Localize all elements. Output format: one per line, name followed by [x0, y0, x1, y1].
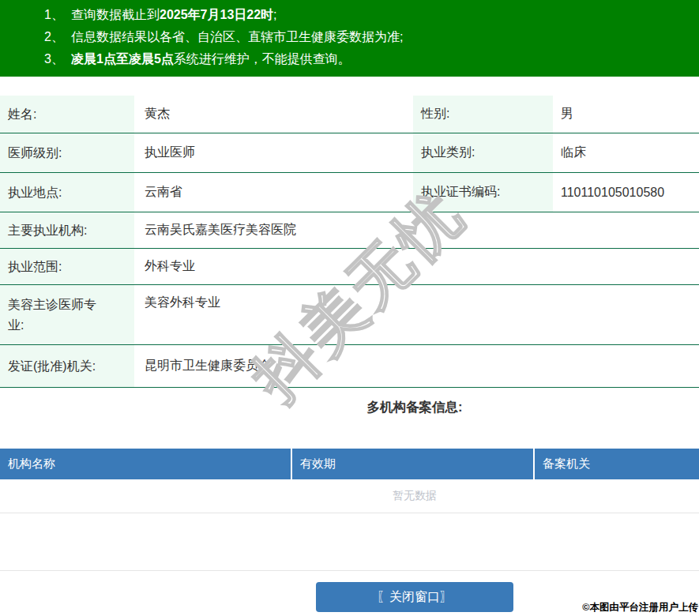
field-value-practice-scope: 外科专业 — [134, 258, 699, 275]
notice-line-3: 3、 凌晨1点至凌晨5点系统进行维护，不能提供查询。 — [0, 48, 699, 70]
field-label-practice-category: 执业类别: — [411, 133, 553, 172]
field-value-gender: 男 — [553, 106, 699, 122]
notice-number: 1、 — [44, 4, 71, 26]
doctor-info-table: 姓名: 黄杰 性别: 男 医师级别: 执业医师 执业类别: 临床 执业地点: 云… — [0, 96, 699, 388]
table-row: 美容主诊医师专业: 美容外科专业 — [0, 285, 699, 345]
notice-text: 凌晨1点至凌晨5点系统进行维护，不能提供查询。 — [71, 48, 351, 70]
query-result-page: 1、 查询数据截止到2025年7月13日22时; 2、 信息数据结果以各省、自治… — [0, 0, 699, 616]
field-value-issuing-authority: 昆明市卫生健康委员会 — [134, 358, 699, 374]
field-label-cosmetic-specialty: 美容主诊医师专业: — [0, 285, 134, 344]
field-label-doctor-level: 医师级别: — [0, 133, 134, 172]
table-row: 主要执业机构: 云南吴氏嘉美医疗美容医院 — [0, 212, 699, 249]
empty-state-text: 暂无数据 — [0, 479, 699, 513]
field-value-doctor-level: 执业医师 — [134, 145, 411, 161]
result-content: 姓名: 黄杰 性别: 男 医师级别: 执业医师 执业类别: 临床 执业地点: 云… — [0, 96, 699, 612]
field-value-practice-place: 云南省 — [134, 184, 411, 201]
close-window-button[interactable]: 〖关闭窗口〗 — [316, 582, 513, 612]
notice-number: 3、 — [44, 48, 71, 70]
filing-section-title: 多机构备案信息: — [0, 388, 699, 449]
field-label-practice-place: 执业地点: — [0, 173, 134, 212]
divider — [0, 513, 699, 571]
notice-number: 2、 — [44, 26, 71, 48]
field-label-name: 姓名: — [0, 96, 134, 133]
notice-text: 信息数据结果以各省、自治区、直辖市卫生健康委数据为准; — [71, 26, 403, 48]
notice-text: 查询数据截止到2025年7月13日22时; — [71, 4, 277, 26]
notice-line-2: 2、 信息数据结果以各省、自治区、直辖市卫生健康委数据为准; — [0, 26, 699, 48]
column-header-validity-period: 有效期 — [292, 449, 535, 479]
column-header-filing-authority: 备案机关 — [535, 449, 699, 479]
field-value-practice-category: 临床 — [553, 145, 699, 161]
field-label-certificate-no: 执业证书编码: — [411, 173, 553, 212]
table-row: 执业范围: 外科专业 — [0, 249, 699, 285]
copyright-note: ©本图由平台注册用户上传 — [582, 601, 698, 614]
notice-line-1: 1、 查询数据截止到2025年7月13日22时; — [0, 4, 699, 26]
field-value-name: 黄杰 — [134, 106, 411, 122]
field-value-certificate-no: 110110105010580 — [553, 186, 699, 200]
filing-table-header: 机构名称 有效期 备案机关 — [0, 449, 699, 479]
field-value-cosmetic-specialty: 美容外科专业 — [134, 285, 699, 311]
table-row: 发证(批准)机关: 昆明市卫生健康委员会 — [0, 345, 699, 388]
field-label-issuing-authority: 发证(批准)机关: — [0, 345, 134, 387]
field-label-main-institution: 主要执业机构: — [0, 212, 134, 248]
table-row: 执业地点: 云南省 执业证书编码: 110110105010580 — [0, 173, 699, 212]
field-label-gender: 性别: — [411, 96, 553, 133]
notice-panel: 1、 查询数据截止到2025年7月13日22时; 2、 信息数据结果以各省、自治… — [0, 0, 699, 77]
column-header-institution-name: 机构名称 — [0, 449, 292, 479]
table-row: 医师级别: 执业医师 执业类别: 临床 — [0, 133, 699, 173]
table-row: 姓名: 黄杰 性别: 男 — [0, 96, 699, 133]
field-label-practice-scope: 执业范围: — [0, 249, 134, 284]
field-value-main-institution: 云南吴氏嘉美医疗美容医院 — [134, 222, 699, 239]
